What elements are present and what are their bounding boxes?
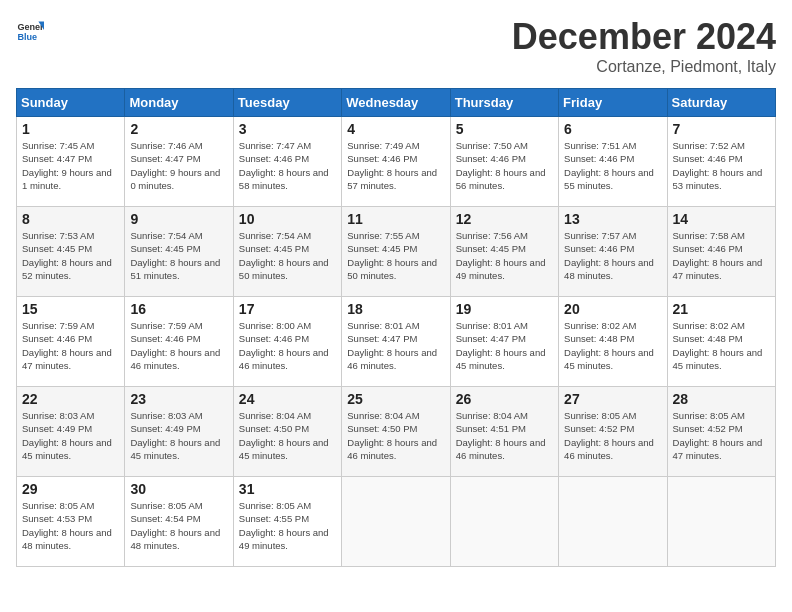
day-info: Sunrise: 7:46 AM Sunset: 4:47 PM Dayligh… <box>130 139 227 192</box>
day-info: Sunrise: 7:57 AM Sunset: 4:46 PM Dayligh… <box>564 229 661 282</box>
calendar-cell: 17 Sunrise: 8:00 AM Sunset: 4:46 PM Dayl… <box>233 297 341 387</box>
day-info: Sunrise: 8:03 AM Sunset: 4:49 PM Dayligh… <box>130 409 227 462</box>
day-number: 19 <box>456 301 553 317</box>
weekday-header-wednesday: Wednesday <box>342 89 450 117</box>
day-info: Sunrise: 8:05 AM Sunset: 4:52 PM Dayligh… <box>673 409 770 462</box>
week-row-1: 1 Sunrise: 7:45 AM Sunset: 4:47 PM Dayli… <box>17 117 776 207</box>
day-info: Sunrise: 7:52 AM Sunset: 4:46 PM Dayligh… <box>673 139 770 192</box>
calendar-cell: 10 Sunrise: 7:54 AM Sunset: 4:45 PM Dayl… <box>233 207 341 297</box>
day-number: 13 <box>564 211 661 227</box>
day-number: 2 <box>130 121 227 137</box>
day-number: 27 <box>564 391 661 407</box>
day-info: Sunrise: 8:05 AM Sunset: 4:53 PM Dayligh… <box>22 499 119 552</box>
week-row-4: 22 Sunrise: 8:03 AM Sunset: 4:49 PM Dayl… <box>17 387 776 477</box>
calendar-cell: 13 Sunrise: 7:57 AM Sunset: 4:46 PM Dayl… <box>559 207 667 297</box>
day-number: 12 <box>456 211 553 227</box>
location-title: Cortanze, Piedmont, Italy <box>512 58 776 76</box>
day-info: Sunrise: 7:51 AM Sunset: 4:46 PM Dayligh… <box>564 139 661 192</box>
calendar-cell: 22 Sunrise: 8:03 AM Sunset: 4:49 PM Dayl… <box>17 387 125 477</box>
weekday-header-monday: Monday <box>125 89 233 117</box>
day-info: Sunrise: 7:49 AM Sunset: 4:46 PM Dayligh… <box>347 139 444 192</box>
calendar-cell <box>559 477 667 567</box>
day-info: Sunrise: 7:55 AM Sunset: 4:45 PM Dayligh… <box>347 229 444 282</box>
calendar-cell: 31 Sunrise: 8:05 AM Sunset: 4:55 PM Dayl… <box>233 477 341 567</box>
month-title: December 2024 <box>512 16 776 58</box>
weekday-header-thursday: Thursday <box>450 89 558 117</box>
day-number: 10 <box>239 211 336 227</box>
calendar-cell: 24 Sunrise: 8:04 AM Sunset: 4:50 PM Dayl… <box>233 387 341 477</box>
day-number: 9 <box>130 211 227 227</box>
day-number: 4 <box>347 121 444 137</box>
day-info: Sunrise: 8:04 AM Sunset: 4:50 PM Dayligh… <box>347 409 444 462</box>
calendar-cell: 23 Sunrise: 8:03 AM Sunset: 4:49 PM Dayl… <box>125 387 233 477</box>
weekday-header-tuesday: Tuesday <box>233 89 341 117</box>
calendar-cell: 11 Sunrise: 7:55 AM Sunset: 4:45 PM Dayl… <box>342 207 450 297</box>
week-row-2: 8 Sunrise: 7:53 AM Sunset: 4:45 PM Dayli… <box>17 207 776 297</box>
day-number: 16 <box>130 301 227 317</box>
calendar-cell: 19 Sunrise: 8:01 AM Sunset: 4:47 PM Dayl… <box>450 297 558 387</box>
calendar-cell: 5 Sunrise: 7:50 AM Sunset: 4:46 PM Dayli… <box>450 117 558 207</box>
day-info: Sunrise: 8:02 AM Sunset: 4:48 PM Dayligh… <box>564 319 661 372</box>
day-info: Sunrise: 7:53 AM Sunset: 4:45 PM Dayligh… <box>22 229 119 282</box>
day-number: 28 <box>673 391 770 407</box>
day-info: Sunrise: 8:03 AM Sunset: 4:49 PM Dayligh… <box>22 409 119 462</box>
calendar-cell: 6 Sunrise: 7:51 AM Sunset: 4:46 PM Dayli… <box>559 117 667 207</box>
logo: General Blue <box>16 16 44 44</box>
day-number: 5 <box>456 121 553 137</box>
calendar-cell: 27 Sunrise: 8:05 AM Sunset: 4:52 PM Dayl… <box>559 387 667 477</box>
header: General Blue December 2024 Cortanze, Pie… <box>16 16 776 76</box>
day-info: Sunrise: 8:01 AM Sunset: 4:47 PM Dayligh… <box>347 319 444 372</box>
calendar-cell <box>667 477 775 567</box>
calendar-cell: 9 Sunrise: 7:54 AM Sunset: 4:45 PM Dayli… <box>125 207 233 297</box>
day-number: 24 <box>239 391 336 407</box>
weekday-header-saturday: Saturday <box>667 89 775 117</box>
day-info: Sunrise: 8:04 AM Sunset: 4:50 PM Dayligh… <box>239 409 336 462</box>
day-number: 3 <box>239 121 336 137</box>
day-number: 26 <box>456 391 553 407</box>
calendar-cell: 28 Sunrise: 8:05 AM Sunset: 4:52 PM Dayl… <box>667 387 775 477</box>
weekday-header-row: SundayMondayTuesdayWednesdayThursdayFrid… <box>17 89 776 117</box>
weekday-header-friday: Friday <box>559 89 667 117</box>
day-number: 7 <box>673 121 770 137</box>
day-info: Sunrise: 7:54 AM Sunset: 4:45 PM Dayligh… <box>239 229 336 282</box>
week-row-5: 29 Sunrise: 8:05 AM Sunset: 4:53 PM Dayl… <box>17 477 776 567</box>
day-info: Sunrise: 7:47 AM Sunset: 4:46 PM Dayligh… <box>239 139 336 192</box>
weekday-header-sunday: Sunday <box>17 89 125 117</box>
day-info: Sunrise: 8:01 AM Sunset: 4:47 PM Dayligh… <box>456 319 553 372</box>
svg-text:Blue: Blue <box>17 32 37 42</box>
calendar-cell: 30 Sunrise: 8:05 AM Sunset: 4:54 PM Dayl… <box>125 477 233 567</box>
calendar-cell: 14 Sunrise: 7:58 AM Sunset: 4:46 PM Dayl… <box>667 207 775 297</box>
calendar-cell: 25 Sunrise: 8:04 AM Sunset: 4:50 PM Dayl… <box>342 387 450 477</box>
calendar-table: SundayMondayTuesdayWednesdayThursdayFrid… <box>16 88 776 567</box>
day-number: 14 <box>673 211 770 227</box>
calendar-cell: 15 Sunrise: 7:59 AM Sunset: 4:46 PM Dayl… <box>17 297 125 387</box>
day-number: 31 <box>239 481 336 497</box>
day-info: Sunrise: 7:59 AM Sunset: 4:46 PM Dayligh… <box>130 319 227 372</box>
day-number: 17 <box>239 301 336 317</box>
calendar-cell: 4 Sunrise: 7:49 AM Sunset: 4:46 PM Dayli… <box>342 117 450 207</box>
week-row-3: 15 Sunrise: 7:59 AM Sunset: 4:46 PM Dayl… <box>17 297 776 387</box>
day-info: Sunrise: 8:05 AM Sunset: 4:55 PM Dayligh… <box>239 499 336 552</box>
day-number: 8 <box>22 211 119 227</box>
calendar-cell: 16 Sunrise: 7:59 AM Sunset: 4:46 PM Dayl… <box>125 297 233 387</box>
calendar-cell: 8 Sunrise: 7:53 AM Sunset: 4:45 PM Dayli… <box>17 207 125 297</box>
day-info: Sunrise: 7:45 AM Sunset: 4:47 PM Dayligh… <box>22 139 119 192</box>
day-number: 30 <box>130 481 227 497</box>
calendar-cell <box>450 477 558 567</box>
day-number: 11 <box>347 211 444 227</box>
title-area: December 2024 Cortanze, Piedmont, Italy <box>512 16 776 76</box>
logo-icon: General Blue <box>16 16 44 44</box>
day-info: Sunrise: 8:00 AM Sunset: 4:46 PM Dayligh… <box>239 319 336 372</box>
calendar-cell: 26 Sunrise: 8:04 AM Sunset: 4:51 PM Dayl… <box>450 387 558 477</box>
day-info: Sunrise: 7:50 AM Sunset: 4:46 PM Dayligh… <box>456 139 553 192</box>
calendar-cell: 2 Sunrise: 7:46 AM Sunset: 4:47 PM Dayli… <box>125 117 233 207</box>
day-info: Sunrise: 7:58 AM Sunset: 4:46 PM Dayligh… <box>673 229 770 282</box>
calendar-cell: 1 Sunrise: 7:45 AM Sunset: 4:47 PM Dayli… <box>17 117 125 207</box>
calendar-cell: 3 Sunrise: 7:47 AM Sunset: 4:46 PM Dayli… <box>233 117 341 207</box>
calendar-cell: 7 Sunrise: 7:52 AM Sunset: 4:46 PM Dayli… <box>667 117 775 207</box>
day-number: 21 <box>673 301 770 317</box>
day-number: 23 <box>130 391 227 407</box>
day-info: Sunrise: 8:05 AM Sunset: 4:54 PM Dayligh… <box>130 499 227 552</box>
day-number: 20 <box>564 301 661 317</box>
day-number: 15 <box>22 301 119 317</box>
